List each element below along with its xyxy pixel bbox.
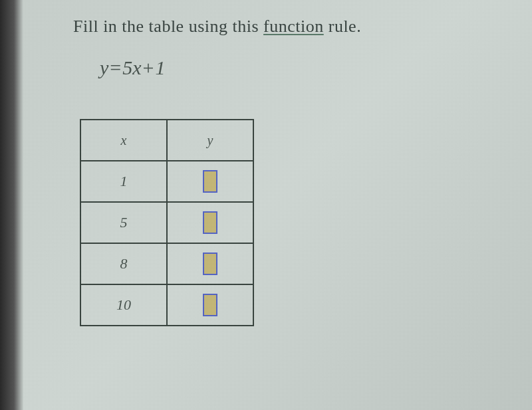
header-y: y	[167, 120, 253, 161]
y-input[interactable]	[203, 294, 217, 316]
y-input[interactable]	[203, 170, 217, 193]
x-cell: 5	[80, 202, 167, 243]
y-input[interactable]	[203, 211, 217, 234]
function-table-container: x y 1 5 8 10	[80, 119, 492, 326]
instruction-suffix: rule.	[324, 17, 361, 36]
x-cell: 10	[80, 284, 167, 326]
table-row: 1	[80, 161, 253, 202]
screen-bezel	[0, 0, 23, 410]
y-cell	[167, 202, 253, 243]
x-cell: 1	[80, 161, 167, 202]
table-row: 8	[80, 243, 253, 284]
y-cell	[167, 243, 253, 284]
equation-eq: =	[110, 56, 121, 78]
y-cell	[167, 284, 253, 326]
equation-lhs: y	[100, 56, 108, 78]
equation-var: x	[132, 56, 141, 78]
equation-op: +	[143, 56, 154, 78]
y-input[interactable]	[203, 253, 217, 275]
table-row: 10	[80, 284, 253, 326]
problem-content: Fill in the table using this function ru…	[0, 0, 532, 340]
function-table: x y 1 5 8 10	[80, 119, 254, 326]
x-cell: 8	[80, 243, 167, 284]
table-header-row: x y	[80, 120, 253, 161]
header-x: x	[80, 120, 167, 161]
equation: y=5x+1	[100, 56, 492, 79]
table-row: 5	[80, 202, 253, 243]
instruction-text: Fill in the table using this function ru…	[73, 17, 492, 37]
y-cell	[167, 161, 253, 202]
equation-coef: 5	[122, 56, 132, 78]
instruction-prefix: Fill in the table using this	[73, 17, 263, 36]
equation-const: 1	[156, 56, 166, 78]
function-link[interactable]: function	[263, 17, 324, 36]
